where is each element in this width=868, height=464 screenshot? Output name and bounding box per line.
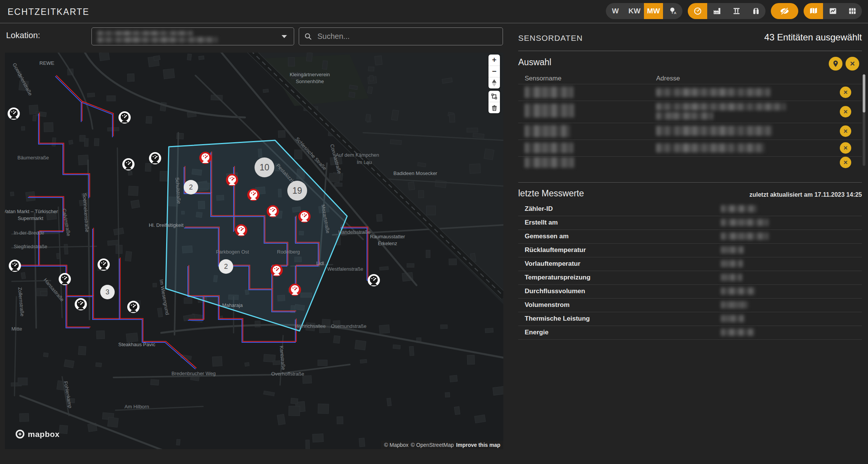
- draw-polygon-button[interactable]: [488, 91, 500, 102]
- sensor-marker-selected[interactable]: [267, 205, 279, 217]
- close-icon: ✕: [843, 145, 848, 151]
- redacted-adresse: [656, 126, 772, 136]
- redacted-value: [721, 205, 757, 212]
- street-label: Steakhaus Pavic: [119, 342, 155, 347]
- map-render: REWEGoerdelerstraßeKleingärtnervereinSon…: [5, 53, 503, 449]
- redacted-sensorname: [525, 157, 574, 168]
- street-label: Badideen Mosecker: [394, 170, 438, 176]
- scrollbar-thumb[interactable]: [863, 74, 865, 112]
- attribution-osm[interactable]: © OpenStreetMap: [411, 442, 454, 448]
- delete-polygon-button[interactable]: [488, 102, 500, 113]
- substation-layer-button[interactable]: [727, 3, 746, 19]
- sensor-marker[interactable]: [149, 152, 161, 164]
- close-icon: ✕: [843, 90, 848, 95]
- messwert-label: Zähler-ID: [525, 205, 553, 213]
- lightbulb-auto-button[interactable]: A: [663, 3, 682, 19]
- compass-icon: [492, 79, 496, 87]
- street-label: Erkelenz: [378, 241, 397, 246]
- remove-row-button[interactable]: ✕: [840, 157, 851, 168]
- redacted-value: [721, 219, 769, 226]
- street-label: Bäumerstraße: [18, 155, 49, 161]
- chart-view-button[interactable]: [823, 3, 842, 19]
- factory-layer-button[interactable]: [707, 3, 727, 19]
- svg-text:10: 10: [259, 162, 269, 172]
- svg-text:2: 2: [189, 183, 193, 191]
- chevron-down-icon: [282, 35, 287, 38]
- compass-button[interactable]: [488, 77, 500, 88]
- sensor-marker-selected[interactable]: [271, 264, 283, 276]
- svg-text:19: 19: [292, 186, 302, 196]
- street-label: Raumausstatter: [370, 234, 405, 239]
- messwert-label: Gemessen am: [525, 233, 569, 240]
- street-label: Osemundstraße: [331, 323, 366, 329]
- auswahl-title: Auswahl: [518, 57, 551, 67]
- divider: [518, 140, 862, 140]
- sensor-marker-selected[interactable]: [247, 189, 259, 201]
- sensor-marker[interactable]: [127, 301, 139, 313]
- meters-layer-button[interactable]: [688, 3, 707, 19]
- mapbox-logo[interactable]: mapbox: [15, 429, 60, 439]
- sensor-marker-selected[interactable]: [235, 224, 247, 236]
- attribution-improve-link[interactable]: Improve this map: [456, 442, 500, 448]
- divider: [518, 156, 862, 157]
- hide-markers-button[interactable]: [771, 3, 798, 19]
- map-view-button[interactable]: [804, 3, 823, 19]
- sensor-marker[interactable]: [98, 258, 110, 271]
- remove-row-button[interactable]: ✕: [840, 125, 851, 137]
- view-toggle-group: [804, 3, 862, 19]
- remove-row-button[interactable]: ✕: [840, 87, 851, 98]
- close-icon: ✕: [850, 61, 855, 67]
- sensor-marker-selected[interactable]: [199, 152, 211, 164]
- messwert-label: Vorlauftemperatur: [525, 260, 580, 268]
- divider: [518, 123, 862, 123]
- sensor-marker-selected[interactable]: [289, 284, 301, 296]
- sensor-marker[interactable]: [59, 273, 71, 285]
- remove-row-button[interactable]: ✕: [840, 106, 851, 117]
- street-label: Overhoffstraße: [271, 371, 304, 377]
- table-view-button[interactable]: [842, 3, 862, 19]
- street-label: In-der-Bredde: [14, 230, 44, 236]
- cluster-marker[interactable]: 10: [255, 157, 274, 177]
- lightbulb-auto-icon: A: [668, 6, 677, 16]
- map-canvas[interactable]: REWEGoerdelerstraßeKleingärtnervereinSon…: [5, 53, 503, 449]
- toolbar: W KW MW A: [606, 3, 862, 19]
- sensor-marker[interactable]: [9, 260, 21, 272]
- sensor-marker[interactable]: [8, 108, 20, 120]
- storage-tanks-layer-button[interactable]: [746, 3, 766, 19]
- clear-selection-button[interactable]: ✕: [846, 57, 859, 71]
- street-label: Hl. Dreifaltigkeit: [149, 222, 183, 228]
- unit-kw-button[interactable]: KW: [625, 3, 644, 19]
- street-label: Lidl: [316, 260, 324, 266]
- sensor-marker[interactable]: [119, 111, 131, 124]
- messwert-label: Volumenstrom: [525, 301, 570, 309]
- divider: [518, 182, 862, 183]
- lokation-dropdown[interactable]: [91, 27, 294, 45]
- messwert-row-gemessen-am: Gemessen am: [518, 230, 862, 244]
- cluster-marker[interactable]: 19: [287, 181, 307, 201]
- sensor-marker-selected[interactable]: [298, 210, 311, 223]
- substation-icon: [732, 6, 741, 16]
- zoom-to-selection-button[interactable]: [829, 57, 842, 71]
- cluster-marker[interactable]: 3: [100, 285, 115, 299]
- sensor-marker[interactable]: [75, 298, 87, 310]
- redacted-sensorname: [525, 125, 570, 137]
- street-label: Sonnenhöhe: [296, 79, 324, 84]
- redacted-sensorname: [525, 87, 573, 98]
- unit-w-button[interactable]: W: [606, 3, 625, 19]
- sensor-marker[interactable]: [368, 274, 380, 286]
- messwerte-title: letzte Messwerte: [518, 188, 584, 199]
- sensor-marker-selected[interactable]: [226, 174, 238, 186]
- search-placeholder: Suchen...: [317, 32, 350, 41]
- cluster-marker[interactable]: 2: [219, 259, 233, 274]
- zoom-control: + −: [488, 55, 500, 88]
- unit-mw-button[interactable]: MW: [644, 3, 663, 19]
- attribution-mapbox[interactable]: © Mapbox: [384, 442, 408, 448]
- search-input[interactable]: Suchen...: [299, 27, 503, 45]
- zoom-in-button[interactable]: +: [488, 55, 500, 66]
- remove-row-button[interactable]: ✕: [840, 142, 851, 154]
- messwert-row-vorlauftemperatur: Vorlauftemperatur: [518, 257, 862, 271]
- cluster-marker[interactable]: 2: [184, 180, 198, 194]
- zoom-out-button[interactable]: −: [488, 66, 500, 77]
- sensor-marker[interactable]: [122, 158, 135, 170]
- messwert-row-erstellt-am: Erstellt am: [518, 216, 862, 230]
